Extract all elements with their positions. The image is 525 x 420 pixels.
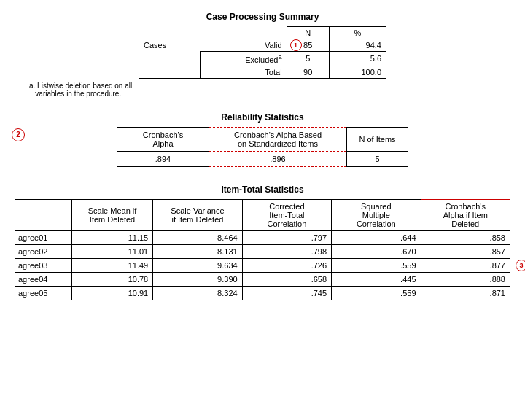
- mean-val: 10.78: [71, 272, 152, 286]
- alpha-val: .858: [421, 230, 510, 244]
- header-n: N: [287, 27, 329, 39]
- var-val: 8.324: [153, 286, 242, 300]
- item-label: agree02: [15, 244, 72, 258]
- rel-header-standardized: Cronbach's Alpha Basedon Standardized It…: [209, 127, 347, 151]
- rel-header-alpha: Cronbach'sAlpha: [117, 127, 209, 151]
- item-label: agree01: [15, 230, 72, 244]
- sq-val: .445: [332, 272, 421, 286]
- alpha-val: .871: [421, 286, 510, 300]
- excluded-pct: 5.6: [329, 52, 386, 66]
- table-row: agree03 11.49 9.634 .726 .559 .877 3: [15, 258, 510, 272]
- table-row: Cronbach'sAlpha Cronbach's Alpha Basedon…: [117, 127, 408, 151]
- corr-val: .798: [242, 244, 331, 258]
- col-header-corr: CorrectedItem-TotalCorrelation: [242, 199, 331, 230]
- cps-footnote: a. Listwise deletion based on all variab…: [29, 82, 510, 98]
- footnote-text: a. Listwise deletion based on all variab…: [29, 82, 132, 98]
- col-header-sq: SquaredMultipleCorrelation: [332, 199, 421, 230]
- rel-alpha-val: .894: [117, 151, 209, 166]
- total-n: 90: [287, 66, 329, 78]
- excluded-label: Excludeda: [201, 52, 287, 66]
- col-header-var: Scale Varianceif Item Deleted: [153, 199, 242, 230]
- item-label: agree04: [15, 272, 72, 286]
- table-row: agree05 10.91 8.324 .745 .559 .871: [15, 286, 510, 300]
- sq-val: .644: [332, 230, 421, 244]
- table-row: Cases Valid 1 85 94.4: [139, 39, 386, 52]
- col-header-alpha: Cronbach'sAlpha if ItemDeleted: [421, 199, 510, 230]
- table-header-row: Scale Mean ifItem Deleted Scale Variance…: [15, 199, 510, 230]
- alpha-val: .888: [421, 272, 510, 286]
- empty-cell: [201, 27, 287, 39]
- alpha-val: .877 3: [421, 258, 510, 272]
- its-table: Scale Mean ifItem Deleted Scale Variance…: [15, 199, 510, 300]
- var-val: 9.390: [153, 272, 242, 286]
- header-pct: %: [329, 27, 386, 39]
- excluded-n: 5: [287, 52, 329, 66]
- total-pct: 100.0: [329, 66, 386, 78]
- mean-val: 10.91: [71, 286, 152, 300]
- rel-std-val: .896: [209, 151, 347, 166]
- its-title: Item-Total Statistics: [15, 184, 510, 195]
- sq-val: .559: [332, 258, 421, 272]
- corr-val: .797: [242, 230, 331, 244]
- col-header-item: [15, 199, 72, 230]
- var-val: 8.464: [153, 230, 242, 244]
- corr-val: .658: [242, 272, 331, 286]
- corr-val: .726: [242, 258, 331, 272]
- var-val: 9.634: [153, 258, 242, 272]
- alpha-val: .857: [421, 244, 510, 258]
- sq-val: .559: [332, 286, 421, 300]
- mean-val: 11.15: [71, 230, 152, 244]
- rel-n-val: 5: [347, 151, 408, 166]
- col-header-mean: Scale Mean ifItem Deleted: [71, 199, 152, 230]
- table-row: agree01 11.15 8.464 .797 .644 .858: [15, 230, 510, 244]
- cps-table: N % Cases Valid 1 85 94.4 Excludeda 5 5.…: [139, 26, 386, 79]
- cases-label: Cases: [139, 39, 201, 79]
- rel-header-n: N of Items: [347, 127, 408, 151]
- annotation-1: 1: [290, 39, 302, 51]
- item-label: agree03: [15, 258, 72, 272]
- var-val: 8.131: [153, 244, 242, 258]
- table-row: N %: [139, 27, 386, 39]
- annotation-2: 2: [12, 128, 25, 141]
- rel-table: Cronbach'sAlpha Cronbach's Alpha Basedon…: [117, 127, 408, 167]
- table-row: agree02 11.01 8.131 .798 .670 .857: [15, 244, 510, 258]
- cps-title: Case Processing Summary: [15, 12, 510, 22]
- mean-val: 11.49: [71, 258, 152, 272]
- case-processing-section: Case Processing Summary N % Cases Valid …: [15, 12, 510, 98]
- corr-val: .745: [242, 286, 331, 300]
- rel-title: Reliability Statistics: [15, 112, 510, 122]
- table-row: agree04 10.78 9.390 .658 .445 .888: [15, 272, 510, 286]
- sq-val: .670: [332, 244, 421, 258]
- annotation-3: 3: [516, 260, 525, 271]
- table-row: .894 .896 5: [117, 151, 408, 166]
- total-label: Total: [201, 66, 287, 78]
- empty-cell: [139, 27, 201, 39]
- mean-val: 11.01: [71, 244, 152, 258]
- reliability-section: 2 Reliability Statistics Cronbach'sAlpha…: [15, 112, 510, 167]
- item-total-section: Item-Total Statistics Scale Mean ifItem …: [15, 184, 510, 300]
- item-label: agree05: [15, 286, 72, 300]
- valid-pct: 94.4: [329, 39, 386, 52]
- valid-label: Valid: [201, 39, 287, 52]
- valid-n: 1 85: [287, 39, 329, 52]
